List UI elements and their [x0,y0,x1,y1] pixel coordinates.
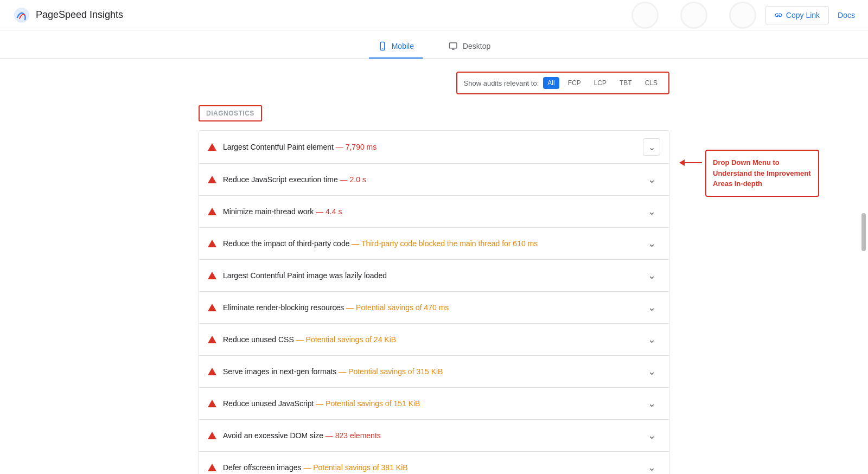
copy-link-button[interactable]: Copy Link [765,6,829,24]
link-icon [774,11,783,20]
audit-item-text: Avoid an excessive DOM size — 823 elemen… [223,431,643,440]
svg-rect-3 [449,43,457,48]
audit-value: — Potential savings of 315 KiB [339,367,443,376]
tab-desktop[interactable]: Desktop [440,37,499,59]
annotation-box: Drop Down Menu to Understand the Improve… [705,150,819,197]
docs-link[interactable]: Docs [838,11,855,20]
audit-value: — Potential savings of 24 KiB [296,335,396,344]
score-circles-preview [631,2,756,29]
audit-item-unused-js: Reduce unused JavaScript — Potential sav… [199,388,669,420]
audit-item-text: Eliminate render-blocking resources — Po… [223,303,643,312]
audit-label: Minimize main-thread work [223,207,314,216]
audit-value: — Potential savings of 381 KiB [303,463,407,472]
filter-lcp-button[interactable]: LCP [590,77,611,89]
annotation-text: Drop Down Menu to Understand the Improve… [713,158,811,188]
audit-item-text: Serve images in next-gen formats — Poten… [223,367,643,376]
filter-cls-button[interactable]: CLS [641,77,662,89]
chevron-icon[interactable]: ⌄ [643,459,660,474]
main-wrapper: Show audits relevant to: All FCP LCP TBT… [108,59,760,474]
audit-label: Reduce unused JavaScript [223,399,314,408]
audit-item-text: Reduce the impact of third-party code — … [223,239,643,248]
audit-item-dom-size: Avoid an excessive DOM size — 823 elemen… [199,420,669,452]
chevron-icon[interactable]: ⌄ [643,171,660,188]
audit-label: Largest Contentful Paint element [223,143,334,151]
audit-item-text: Reduce unused CSS — Potential savings of… [223,335,643,344]
diagnostics-section-header: DIAGNOSTICS [199,105,262,121]
audit-value: — 7,790 ms [336,143,376,151]
svg-point-2 [382,48,383,49]
annotation-arrow [679,159,702,166]
red-triangle-icon [208,400,216,407]
header: PageSpeed Insights Copy Link Docs [0,0,868,30]
red-triangle-icon [208,272,216,279]
chevron-icon[interactable]: ⌄ [643,235,660,252]
red-triangle-icon [208,304,216,311]
red-triangle-icon [208,143,216,151]
audit-label: Reduce the impact of third-party code [223,239,349,248]
audit-item-text: Defer offscreen images — Potential savin… [223,463,643,472]
audit-item-js-execution: Reduce JavaScript execution time — 2.0 s… [199,164,669,196]
audit-item-render-blocking: Eliminate render-blocking resources — Po… [199,292,669,324]
audit-item-main-thread: Minimize main-thread work — 4.4 s ⌄ [199,196,669,228]
diagnostics-title: DIAGNOSTICS [206,110,254,117]
red-triangle-icon [208,432,216,439]
audit-item-text: Largest Contentful Paint image was lazil… [223,271,643,280]
audit-item-next-gen-images: Serve images in next-gen formats — Poten… [199,356,669,388]
audit-value: — 823 elements [326,431,381,440]
scrollbar-thumb[interactable] [861,213,866,251]
audit-item-lcp-lazy: Largest Contentful Paint image was lazil… [199,260,669,292]
chevron-expand-button[interactable]: ⌄ [643,138,660,156]
audit-item-text: Minimize main-thread work — 4.4 s [223,207,643,216]
audit-label: Serve images in next-gen formats [223,367,336,376]
audit-item-unused-css: Reduce unused CSS — Potential savings of… [199,324,669,356]
audit-value: — 2.0 s [340,175,366,184]
chevron-icon[interactable]: ⌄ [643,299,660,316]
filter-all-button[interactable]: All [543,77,559,89]
psi-logo-icon [13,7,30,24]
desktop-icon [449,41,458,51]
filter-tbt-button[interactable]: TBT [615,77,636,89]
tabs-container: Mobile Desktop [0,30,868,59]
chevron-icon[interactable]: ⌄ [643,203,660,220]
red-triangle-icon [208,176,216,183]
audit-label: Reduce JavaScript execution time [223,175,338,184]
arrow-head-icon [679,159,685,166]
chevron-icon[interactable]: ⌄ [643,331,660,348]
audit-value: — Third-party code blocked the main thre… [352,239,538,248]
red-triangle-icon [208,464,216,471]
audit-value: — Potential savings of 151 KiB [316,399,420,408]
chevron-icon[interactable]: ⌄ [643,363,660,380]
audit-value: — 4.4 s [316,207,342,216]
filter-fcp-button[interactable]: FCP [564,77,585,89]
main-content: Show audits relevant to: All FCP LCP TBT… [190,59,678,474]
audit-item-lcp-element: Largest Contentful Paint element — 7,790… [199,131,669,164]
audit-item-offscreen-images: Defer offscreen images — Potential savin… [199,452,669,474]
chevron-icon[interactable]: ⌄ [643,267,660,284]
audit-label: Eliminate render-blocking resources [223,303,344,312]
chevron-icon[interactable]: ⌄ [643,427,660,444]
red-triangle-icon [208,240,216,247]
copy-link-label: Copy Link [786,11,820,20]
audit-label: Largest Contentful Paint image was lazil… [223,271,387,280]
chevron-icon[interactable]: ⌄ [643,395,660,412]
audit-item-text: Reduce unused JavaScript — Potential sav… [223,399,643,408]
audit-label: Reduce unused CSS [223,335,294,344]
tab-mobile[interactable]: Mobile [369,37,423,59]
tab-mobile-label: Mobile [392,42,414,50]
app-title: PageSpeed Insights [36,9,123,21]
audit-label: Avoid an excessive DOM size [223,431,323,440]
audit-label: Defer offscreen images [223,463,301,472]
red-triangle-icon [208,368,216,375]
mobile-icon [378,41,387,51]
audit-item-third-party: Reduce the impact of third-party code — … [199,228,669,260]
tab-desktop-label: Desktop [463,42,490,50]
audit-list: Largest Contentful Paint element — 7,790… [199,130,669,474]
audit-item-text: Reduce JavaScript execution time — 2.0 s [223,175,643,184]
audit-item-text: Largest Contentful Paint element — 7,790… [223,143,643,151]
audit-filter: Show audits relevant to: All FCP LCP TBT… [456,72,669,94]
arrow-line [685,162,702,163]
header-right: Copy Link Docs [631,2,855,29]
audit-value: — Potential savings of 470 ms [346,303,449,312]
header-left: PageSpeed Insights [13,7,123,24]
annotation-container: Drop Down Menu to Understand the Improve… [705,150,819,197]
